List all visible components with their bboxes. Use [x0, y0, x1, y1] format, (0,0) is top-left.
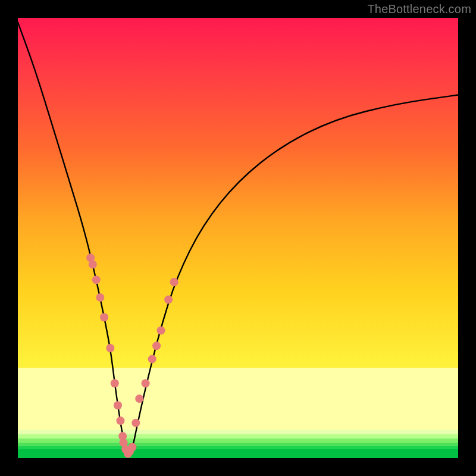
highlight-dot	[128, 443, 136, 452]
highlight-dot	[135, 394, 143, 403]
chart-container: TheBottleneck.com	[0, 0, 476, 476]
chart-svg	[18, 18, 458, 458]
highlight-dot	[152, 342, 161, 350]
highlight-dot	[142, 379, 150, 387]
highlight-dot	[114, 401, 122, 409]
highlight-dot	[116, 416, 124, 425]
watermark-text: TheBottleneck.com	[367, 2, 471, 16]
plot-area	[18, 18, 458, 458]
highlight-dot	[148, 355, 156, 364]
bottleneck-curve	[18, 22, 458, 452]
highlight-dot	[170, 278, 178, 286]
highlight-dot	[89, 260, 97, 268]
highlight-dot	[157, 326, 165, 334]
highlight-dot	[131, 419, 140, 427]
highlight-dot	[106, 344, 114, 352]
highlight-dot	[92, 275, 101, 284]
highlight-dot	[164, 296, 173, 304]
curve-layer	[18, 22, 458, 452]
highlight-dot	[100, 313, 108, 321]
highlight-dot	[111, 379, 119, 387]
highlight-dot	[96, 293, 104, 302]
highlight-dots	[86, 253, 178, 458]
